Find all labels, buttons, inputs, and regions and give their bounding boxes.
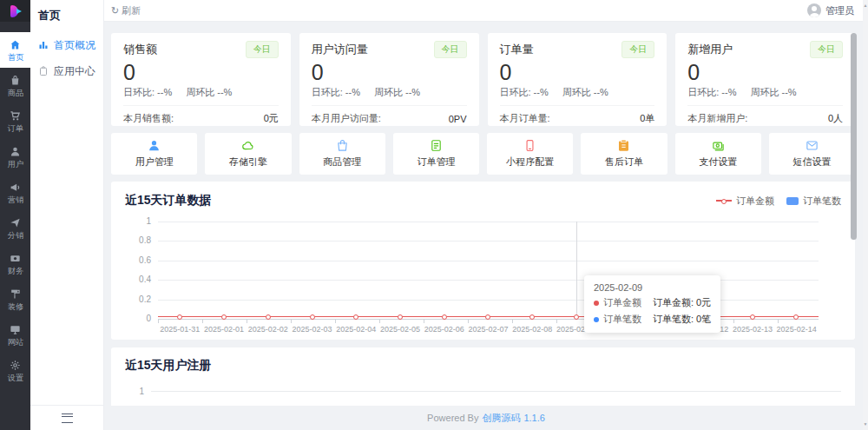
quick-action-label: 订单管理	[417, 155, 455, 169]
settings-gear-icon	[10, 360, 21, 371]
scroll-up-icon[interactable]: ▲	[863, 3, 868, 8]
bar-chart-icon	[38, 40, 49, 50]
day-ratio: 日环比: --%	[123, 86, 172, 99]
stat-card-orders: 订单量今日 0 日环比: --%周环比 --% 本月订单量:0单	[488, 33, 667, 126]
rail-label: 订单	[7, 123, 23, 132]
month-label: 本月订单量:	[500, 112, 550, 125]
rail-label: 装修	[7, 301, 23, 310]
orders-chart-card: 近15天订单数据 订单金额 订单笔数 1 0.8 0.6 0.4 0.2 0	[111, 182, 855, 340]
quick-action-order-management[interactable]: 订单管理	[393, 133, 479, 175]
chart-legend: 订单金额 订单笔数	[716, 195, 841, 208]
rail-item-orders[interactable]: 订单	[0, 103, 30, 139]
quick-action-payment-settings[interactable]: 支付设置	[675, 133, 761, 175]
document-icon	[430, 139, 443, 152]
quick-action-label: 存储引擎	[229, 155, 267, 169]
tooltip-series-name: 订单笔数	[603, 313, 641, 326]
series-dot-icon	[594, 317, 599, 322]
chart-title: 近15天订单数据	[125, 193, 212, 208]
tooltip-series-value: 订单笔数: 0笔	[653, 313, 711, 326]
quick-action-miniprogram-config[interactable]: 小程序配置	[487, 133, 573, 175]
rail-item-decorate[interactable]: 装修	[0, 281, 30, 317]
stat-value: 0	[123, 60, 279, 84]
line-series-marker-icon	[716, 200, 732, 202]
y-tick: 1	[125, 387, 151, 396]
cloud-icon	[241, 139, 254, 152]
day-ratio: 日环比: --%	[687, 86, 736, 99]
stat-value: 0	[500, 60, 655, 84]
x-tick: 2025-02-13	[731, 325, 775, 334]
app-logo[interactable]	[0, 0, 30, 22]
stat-title: 新增用户	[687, 42, 733, 57]
rail-item-home[interactable]: 首页	[0, 32, 30, 68]
rail-item-website[interactable]: 网站	[0, 317, 30, 353]
legend-order-amount[interactable]: 订单金额	[716, 195, 774, 208]
y-tick: 0.4	[125, 275, 151, 284]
stat-value: 0	[687, 60, 843, 84]
today-badge: 今日	[810, 41, 843, 58]
month-value: 0人	[828, 112, 843, 125]
brand-logo-icon	[10, 5, 22, 17]
day-ratio: 日环比: --%	[500, 86, 549, 99]
tooltip-date: 2025-02-09	[594, 282, 711, 293]
content-scrollbar-thumb[interactable]	[851, 33, 857, 240]
stat-title: 订单量	[500, 42, 534, 57]
submenu-item-appcenter[interactable]: 应用中心	[30, 58, 103, 84]
primary-nav: 首页 商品 订单 用户 营销 分销 财务 装修	[0, 32, 30, 388]
stats-row: 销售额今日 0 日环比: --%周环比 --% 本月销售额:0元 用户访问量今日…	[111, 33, 855, 126]
x-tick: 2025-02-04	[334, 325, 378, 334]
footer-link[interactable]: 创腾源码	[482, 412, 520, 425]
rail-label: 设置	[7, 373, 23, 381]
sidebar-collapse-button[interactable]	[30, 405, 103, 430]
orders-chart-plot: 1 0.8 0.6 0.4 0.2 0 2025-01-31 2025-02-0…	[125, 213, 841, 336]
rail-label: 商品	[7, 88, 23, 96]
refresh-button[interactable]: ↻ 刷新	[111, 4, 141, 17]
clipboard-icon	[617, 139, 630, 152]
y-tick: 0.6	[125, 255, 151, 265]
legend-order-count[interactable]: 订单笔数	[786, 195, 841, 208]
rail-item-settings[interactable]: 设置	[0, 353, 30, 388]
quick-action-goods-management[interactable]: 商品管理	[299, 133, 385, 175]
y-tick: 1	[125, 216, 151, 226]
stat-title: 销售额	[123, 42, 157, 57]
rail-item-distribution[interactable]: 分销	[0, 210, 30, 246]
rail-item-marketing[interactable]: 营销	[0, 175, 30, 210]
chart-tooltip: 2025-02-09 订单金额 订单金额: 0元 订单笔数 订单笔数: 0笔	[584, 275, 720, 333]
rail-item-finance[interactable]: 财务	[0, 246, 30, 281]
refresh-label: 刷新	[122, 4, 141, 17]
topbar: ↻ 刷新 管理员	[104, 0, 868, 22]
bar-series-marker-icon	[786, 197, 799, 205]
quick-action-label: 短信设置	[792, 155, 831, 169]
month-value: 0PV	[449, 114, 467, 124]
main-content: 销售额今日 0 日环比: --%周环比 --% 本月销售额:0元 用户访问量今日…	[104, 22, 868, 406]
month-label: 本月新增用户:	[687, 112, 747, 125]
goods-bag-icon	[10, 75, 21, 86]
y-tick: 0.2	[125, 294, 151, 304]
quick-action-user-management[interactable]: 用户管理	[111, 133, 197, 175]
submenu-item-overview[interactable]: 首页概况	[30, 32, 103, 58]
submenu-label: 首页概况	[54, 38, 95, 53]
scroll-down-icon[interactable]: ▼	[863, 422, 868, 427]
x-tick: 2025-02-14	[774, 325, 819, 334]
x-tick: 2025-02-02	[246, 325, 290, 334]
quick-action-aftersale-orders[interactable]: 售后订单	[581, 133, 667, 175]
rail-label: 网站	[7, 337, 23, 346]
y-tick: 0	[125, 314, 151, 323]
rail-item-users[interactable]: 用户	[0, 139, 30, 175]
month-value: 0单	[640, 112, 654, 125]
order-cart-icon	[10, 110, 21, 122]
decorate-roller-icon	[10, 288, 21, 300]
user-menu[interactable]: 管理员	[807, 3, 854, 17]
avatar	[807, 3, 821, 17]
quick-action-sms-settings[interactable]: 短信设置	[769, 133, 855, 175]
bag-icon	[336, 139, 349, 152]
window-scrollbar[interactable]: ▲ ▼	[863, 0, 868, 430]
footer-text: Powered By	[427, 413, 478, 423]
pay-icon	[712, 139, 725, 152]
rail-item-goods[interactable]: 商品	[0, 68, 30, 103]
quick-action-label: 售后订单	[605, 155, 643, 169]
quick-action-storage-engine[interactable]: 存储引擎	[205, 133, 291, 175]
x-tick: 2025-02-03	[290, 325, 334, 334]
refresh-icon: ↻	[111, 6, 119, 16]
legend-label: 订单金额	[736, 195, 774, 208]
mail-icon	[806, 139, 819, 152]
